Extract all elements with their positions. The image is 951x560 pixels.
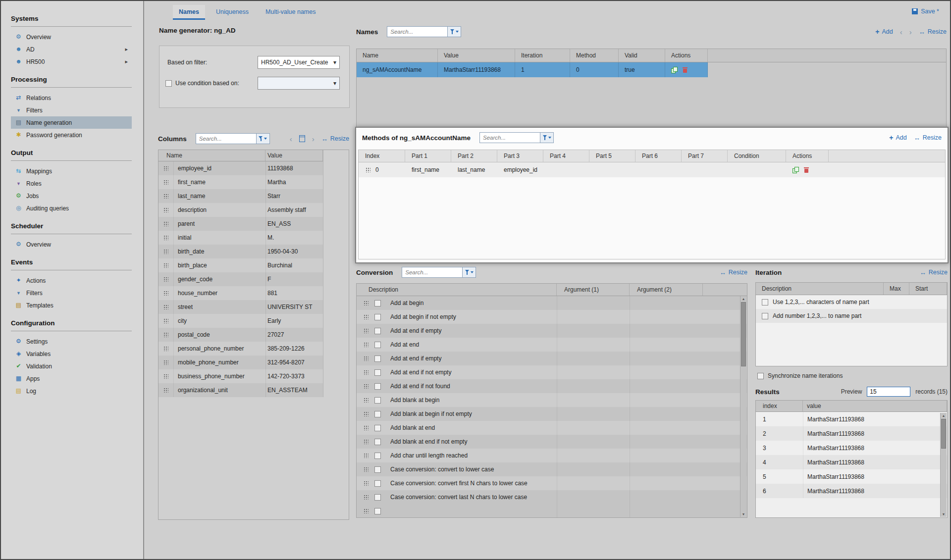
prev-chevron-icon[interactable] — [900, 28, 902, 36]
sidebar-item[interactable]: Relations — [11, 92, 132, 104]
conversion-row[interactable]: Add at end if empty — [357, 324, 747, 338]
prev-chevron-icon[interactable] — [290, 135, 292, 143]
column-row[interactable]: initial M. — [158, 231, 323, 245]
row-checkbox[interactable] — [374, 480, 381, 487]
copy-icon[interactable] — [792, 167, 799, 173]
column-row[interactable]: last_name Starr — [158, 189, 323, 203]
tab[interactable]: Names — [173, 5, 205, 20]
drag-handle-icon[interactable] — [163, 221, 168, 226]
sidebar-item[interactable]: Templates — [11, 299, 132, 311]
scrollbar[interactable] — [940, 413, 947, 517]
scroll-down-icon[interactable] — [941, 511, 947, 517]
drag-handle-icon[interactable] — [364, 439, 369, 444]
row-checkbox[interactable] — [374, 300, 381, 306]
conversion-row[interactable]: Case conversion: convert first N chars t… — [357, 476, 747, 490]
iteration-row[interactable]: Use 1,2,3,... characters of name part — [756, 295, 947, 309]
filter-dropdown-icon[interactable] — [256, 134, 269, 144]
conversion-row[interactable]: Case conversion: convert last N chars to… — [357, 490, 747, 504]
sidebar-item[interactable]: Mappings — [11, 165, 132, 177]
scroll-up-icon[interactable] — [941, 413, 947, 418]
sidebar-item[interactable]: Filters — [11, 104, 132, 116]
col-header-index[interactable]: Index — [359, 150, 405, 162]
filter-dropdown-icon[interactable] — [540, 133, 553, 143]
drag-handle-icon[interactable] — [364, 481, 369, 486]
drag-handle-icon[interactable] — [364, 467, 369, 472]
drag-handle-icon[interactable] — [364, 314, 369, 319]
row-checkbox[interactable] — [374, 356, 381, 362]
drag-handle-icon[interactable] — [364, 384, 369, 389]
sidebar-item[interactable]: Roles — [11, 177, 132, 190]
search-input[interactable] — [402, 269, 462, 275]
delete-icon[interactable] — [683, 67, 688, 73]
col-header-max[interactable]: Max — [884, 283, 909, 295]
resize-button[interactable]: Resize — [720, 269, 747, 276]
scrollbar[interactable] — [740, 296, 746, 517]
column-row[interactable]: birth_place Burchinal — [158, 258, 323, 272]
row-checkbox[interactable] — [374, 369, 381, 376]
drag-handle-icon[interactable] — [163, 318, 168, 323]
sidebar-item[interactable]: Apps — [11, 372, 132, 385]
conversion-row[interactable]: Add blank at begin — [357, 393, 747, 407]
sidebar-item[interactable]: Overview — [11, 238, 132, 251]
drag-handle-icon[interactable] — [163, 207, 168, 212]
resize-button[interactable]: Resize — [920, 269, 948, 276]
col-header-argument1[interactable]: Argument (1) — [557, 284, 630, 296]
column-row[interactable]: postal_code 27027 — [158, 328, 323, 342]
sidebar-item[interactable]: Variables — [11, 348, 132, 360]
result-row[interactable]: 4 MarthaStarr11193868 — [756, 455, 947, 469]
use-condition-checkbox[interactable] — [165, 80, 172, 87]
conversion-row[interactable]: Add blank at end — [357, 421, 747, 435]
scroll-up-icon[interactable] — [740, 296, 746, 302]
result-row[interactable]: 1 MarthaStarr11193868 — [756, 412, 947, 426]
col-header-start[interactable]: Start — [909, 283, 947, 295]
drag-handle-icon[interactable] — [364, 301, 369, 305]
conversion-row[interactable]: Add blank at begin if not empty — [357, 407, 747, 421]
drag-handle-icon[interactable] — [364, 370, 369, 375]
col-header-name[interactable]: Name — [357, 49, 438, 62]
delete-icon[interactable] — [804, 167, 809, 173]
drag-handle-icon[interactable] — [364, 495, 369, 500]
row-checkbox[interactable] — [374, 314, 381, 320]
col-header-iteration[interactable]: Iteration — [515, 49, 570, 62]
col-header-part7[interactable]: Part 7 — [682, 150, 728, 162]
sidebar-item[interactable]: Actions — [11, 274, 132, 287]
row-checkbox[interactable] — [374, 425, 381, 431]
sidebar-item[interactable]: AD — [11, 43, 132, 55]
result-row[interactable]: 3 MarthaStarr11193868 — [756, 441, 947, 455]
column-row[interactable]: city Early — [158, 314, 323, 328]
scrollbar-thumb[interactable] — [741, 302, 746, 366]
sidebar-item[interactable]: Jobs — [11, 190, 132, 202]
conversion-search[interactable] — [402, 267, 476, 278]
column-row[interactable]: personal_phone_number 385-209-1226 — [158, 342, 323, 356]
drag-handle-icon[interactable] — [163, 277, 168, 282]
based-on-filter-select[interactable]: HR500_AD_User_Create — [258, 56, 340, 69]
row-checkbox[interactable] — [374, 383, 381, 390]
search-input[interactable] — [387, 29, 447, 35]
result-row[interactable]: 5 MarthaStarr11193868 — [756, 469, 947, 484]
drag-handle-icon[interactable] — [163, 180, 168, 185]
row-checkbox[interactable] — [374, 508, 381, 514]
drag-handle-icon[interactable] — [163, 249, 168, 254]
column-row[interactable]: business_phone_number 142-720-3373 — [158, 369, 323, 383]
sidebar-item[interactable]: Validation — [11, 360, 132, 372]
col-header-value[interactable]: Value — [265, 150, 323, 161]
resize-button[interactable]: Resize — [321, 135, 349, 143]
tab[interactable]: Uniqueness — [210, 5, 255, 20]
drag-handle-icon[interactable] — [163, 360, 168, 365]
sidebar-item[interactable]: Filters — [11, 287, 132, 299]
scrollbar-thumb[interactable] — [941, 419, 946, 449]
save-button[interactable]: Save * — [912, 8, 939, 15]
row-checkbox[interactable] — [374, 466, 381, 473]
result-row[interactable]: 2 MarthaStarr11193868 — [756, 426, 947, 441]
col-header-part1[interactable]: Part 1 — [405, 150, 451, 162]
preview-input[interactable] — [867, 387, 910, 397]
row-checkbox[interactable] — [374, 328, 381, 334]
conversion-row[interactable]: Add at end — [357, 338, 747, 352]
col-header-description[interactable]: Description — [357, 284, 557, 296]
sidebar-item[interactable]: HR500 — [11, 55, 132, 68]
column-row[interactable]: parent EN_ASS — [158, 217, 323, 231]
drag-handle-icon[interactable] — [163, 346, 168, 351]
conversion-row[interactable]: Add at begin if not empty — [357, 310, 747, 324]
drag-handle-icon[interactable] — [163, 291, 168, 296]
conversion-row[interactable]: Case conversion: convert to lower case — [357, 462, 747, 476]
